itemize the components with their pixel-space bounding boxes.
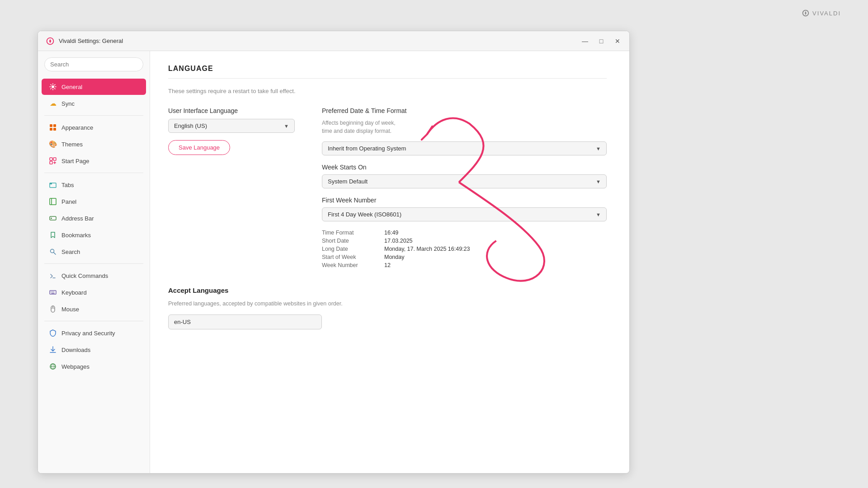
downloads-icon [49, 346, 57, 354]
general-icon [49, 83, 57, 91]
appearance-icon [49, 123, 57, 131]
window-title: Vivaldi Settings: General [59, 38, 580, 44]
date-preview: Time Format 16:49 Short Date 17.03.2025 … [322, 230, 607, 268]
week-number-key: Week Number [322, 262, 381, 268]
title-bar: Vivaldi Settings: General — □ ✕ [38, 31, 629, 51]
svg-point-0 [52, 85, 54, 88]
search-box[interactable] [44, 57, 143, 71]
settings-columns: User Interface Language English (US) ▼ S… [168, 107, 607, 268]
long-date-key: Long Date [322, 246, 381, 252]
sidebar-item-general-label: General [61, 84, 82, 90]
sync-icon: ☁ [49, 99, 57, 108]
svg-rect-6 [53, 158, 56, 160]
webpages-icon [49, 362, 57, 371]
address-bar-icon [49, 214, 57, 222]
short-date-key: Short Date [322, 238, 381, 244]
sidebar-item-quick-commands-label: Quick Commands [61, 272, 108, 279]
sidebar-item-webpages-label: Webpages [61, 363, 90, 370]
sidebar-item-mouse[interactable]: Mouse [42, 301, 146, 317]
sidebar-item-bookmarks-label: Bookmarks [61, 232, 91, 239]
sidebar-item-keyboard[interactable]: Keyboard [42, 284, 146, 300]
svg-rect-11 [50, 183, 52, 184]
sidebar-item-sync[interactable]: ☁ Sync [42, 95, 146, 112]
panel-icon [49, 197, 57, 206]
quick-commands-icon [49, 272, 57, 280]
first-week-dropdown[interactable]: First 4 Day Week (ISO8601) ▼ [322, 207, 607, 221]
start-of-week-val: Monday [384, 254, 607, 260]
start-of-week-key: Start of Week [322, 254, 381, 260]
date-format-column: Preferred Date & Time Format Affects beg… [322, 107, 607, 268]
sidebar-item-search[interactable]: Search [42, 244, 146, 260]
sidebar-item-general[interactable]: General [42, 79, 146, 95]
time-format-val: 16:49 [384, 230, 607, 236]
sidebar-item-search-label: Search [61, 249, 80, 255]
window-controls: — □ ✕ [580, 37, 622, 46]
week-starts-dropdown[interactable]: System Default ▼ [322, 174, 607, 188]
sidebar-item-themes[interactable]: 🎨 Themes [42, 136, 146, 152]
search-sidebar-icon [49, 248, 57, 256]
sidebar-item-address-bar-label: Address Bar [61, 215, 94, 222]
ui-language-dropdown-arrow: ▼ [284, 123, 289, 129]
accept-languages-desc: Preferred languages, accepted by compati… [168, 300, 607, 308]
themes-icon: 🎨 [49, 140, 57, 148]
svg-rect-4 [53, 128, 56, 131]
sidebar-item-privacy-security-label: Privacy and Security [61, 330, 115, 337]
date-format-label: Preferred Date & Time Format [322, 107, 607, 114]
sidebar-item-tabs[interactable]: Tabs [42, 177, 146, 193]
svg-rect-1 [50, 124, 52, 127]
first-week-dropdown-arrow: ▼ [596, 212, 601, 217]
week-number-val: 12 [384, 262, 607, 268]
language-column: User Interface Language English (US) ▼ S… [168, 107, 295, 155]
date-format-dropdown[interactable]: Inherit from Operating System ▼ [322, 141, 607, 155]
vivaldi-logo-icon [802, 9, 810, 17]
ui-language-dropdown[interactable]: English (US) ▼ [168, 119, 295, 133]
sidebar-item-tabs-label: Tabs [61, 182, 74, 188]
sidebar-divider-2 [44, 173, 143, 173]
sidebar-item-appearance-label: Appearance [61, 124, 93, 131]
week-starts-label: Week Starts On [322, 164, 607, 171]
sidebar-item-appearance[interactable]: Appearance [42, 119, 146, 136]
sidebar: General ☁ Sync Appearance 🎨 Themes [38, 51, 150, 473]
sidebar-divider-1 [44, 115, 143, 116]
sidebar-item-keyboard-label: Keyboard [61, 289, 87, 296]
restart-notice: These settings require a restart to take… [168, 88, 607, 94]
svg-rect-7 [50, 161, 52, 164]
sidebar-item-sync-label: Sync [61, 100, 75, 107]
save-language-button[interactable]: Save Language [168, 140, 230, 155]
week-starts-dropdown-arrow: ▼ [596, 179, 601, 184]
sidebar-divider-4 [44, 321, 143, 321]
sidebar-item-start-page-label: Start Page [61, 158, 89, 164]
maximize-button[interactable]: □ [597, 37, 606, 46]
close-button[interactable]: ✕ [613, 37, 622, 46]
start-page-icon [49, 157, 57, 165]
svg-point-15 [51, 218, 52, 219]
date-format-desc: Affects beginning day of week,time and d… [322, 119, 607, 135]
sidebar-item-quick-commands[interactable]: Quick Commands [42, 267, 146, 284]
sidebar-divider-3 [44, 263, 143, 264]
sidebar-item-start-page[interactable]: Start Page [42, 153, 146, 169]
short-date-val: 17.03.2025 [384, 238, 607, 244]
section-divider [168, 78, 607, 79]
search-input[interactable] [44, 57, 143, 71]
page-title: LANGUAGE [168, 65, 607, 73]
sidebar-item-mouse-label: Mouse [61, 306, 79, 313]
sidebar-item-webpages[interactable]: Webpages [42, 358, 146, 375]
vivaldi-brand: VIVALDI [802, 9, 841, 17]
time-format-key: Time Format [322, 230, 381, 236]
sidebar-item-panel[interactable]: Panel [42, 193, 146, 210]
window-body: General ☁ Sync Appearance 🎨 Themes [38, 51, 629, 473]
minimize-button[interactable]: — [580, 37, 590, 46]
sidebar-item-privacy-security[interactable]: Privacy and Security [42, 325, 146, 341]
sidebar-item-downloads-label: Downloads [61, 347, 90, 353]
bookmarks-icon [49, 231, 57, 239]
long-date-val: Monday, 17. March 2025 16:49:23 [384, 246, 607, 252]
svg-rect-3 [50, 128, 52, 131]
sidebar-item-downloads[interactable]: Downloads [42, 342, 146, 358]
accept-languages-input[interactable] [168, 314, 322, 329]
sidebar-item-panel-label: Panel [61, 198, 76, 205]
privacy-security-icon [49, 329, 57, 337]
accept-languages-title: Accept Languages [168, 286, 607, 294]
sidebar-item-bookmarks[interactable]: Bookmarks [42, 227, 146, 243]
sidebar-item-address-bar[interactable]: Address Bar [42, 210, 146, 226]
svg-rect-2 [53, 124, 56, 127]
